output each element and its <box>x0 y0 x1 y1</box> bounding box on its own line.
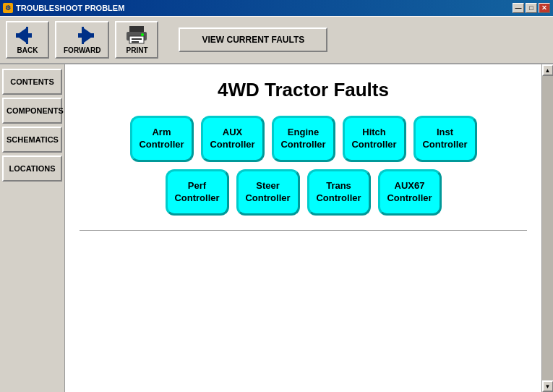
back-label: BACK <box>17 46 38 54</box>
svg-rect-10 <box>132 41 139 43</box>
aux-controller-button[interactable]: AUXController <box>201 116 265 162</box>
inst-controller-button[interactable]: InstController <box>413 116 477 162</box>
steer-controller-button[interactable]: SteerController <box>236 169 300 216</box>
hitch-controller-button[interactable]: HitchController <box>343 116 406 162</box>
svg-rect-6 <box>129 26 144 32</box>
toolbar: BACK FORWARD <box>0 16 553 64</box>
window-controls: — □ ✕ <box>513 3 550 13</box>
content-area: CONTENTS COMPONENTS SCHEMATICS LOCATIONS… <box>0 64 553 392</box>
perf-controller-button[interactable]: PerfController <box>166 169 229 216</box>
page-title: 4WD Tractor Faults <box>80 79 527 101</box>
main-panel: 4WD Tractor Faults ArmController AUXCont… <box>65 64 541 392</box>
divider-line <box>80 230 527 231</box>
svg-point-11 <box>141 33 144 36</box>
sidebar-item-components[interactable]: COMPONENTS <box>2 98 62 124</box>
view-faults-button[interactable]: VIEW CURRENT FAULTS <box>179 27 327 52</box>
arm-controller-button[interactable]: ArmController <box>130 116 194 162</box>
controllers-row-1: ArmController AUXController EngineContro… <box>130 116 477 162</box>
forward-label: FORWARD <box>64 46 100 54</box>
scrollbar: ▲ ▼ <box>541 64 553 392</box>
aux67-controller-button[interactable]: AUX67Controller <box>378 169 442 216</box>
svg-rect-5 <box>82 27 84 44</box>
svg-rect-9 <box>132 38 142 40</box>
trans-controller-button[interactable]: TransController <box>307 169 371 216</box>
svg-marker-4 <box>84 28 94 43</box>
print-button[interactable]: PRINT <box>115 21 158 59</box>
app-icon: ⚙ <box>3 3 13 13</box>
controllers-row-2: PerfController SteerController TransCont… <box>166 169 442 216</box>
engine-controller-button[interactable]: EngineController <box>272 116 335 162</box>
maximize-button[interactable]: □ <box>526 3 537 13</box>
back-arrow-icon <box>16 25 39 46</box>
forward-arrow-icon <box>71 25 94 46</box>
controllers-grid: ArmController AUXController EngineContro… <box>80 116 527 216</box>
scroll-down-button[interactable]: ▼ <box>542 380 554 392</box>
forward-button[interactable]: FORWARD <box>55 21 109 59</box>
svg-rect-2 <box>26 27 28 44</box>
scroll-up-button[interactable]: ▲ <box>542 64 554 76</box>
back-button[interactable]: BACK <box>6 21 49 59</box>
sidebar-item-schematics[interactable]: SCHEMATICS <box>2 127 62 153</box>
print-label: PRINT <box>126 46 147 54</box>
sidebar: CONTENTS COMPONENTS SCHEMATICS LOCATIONS <box>0 64 65 392</box>
title-bar: ⚙ TROUBLESHOOT PROBLEM — □ ✕ <box>0 0 553 16</box>
svg-marker-1 <box>16 28 26 43</box>
close-button[interactable]: ✕ <box>539 3 550 13</box>
scrollbar-track[interactable] <box>542 76 554 380</box>
sidebar-item-locations[interactable]: LOCATIONS <box>2 155 62 182</box>
window-title: TROUBLESHOOT PROBLEM <box>16 4 513 12</box>
print-icon <box>125 25 148 46</box>
main-container: BACK FORWARD <box>0 16 553 392</box>
minimize-button[interactable]: — <box>513 3 524 13</box>
sidebar-item-contents[interactable]: CONTENTS <box>2 69 62 95</box>
